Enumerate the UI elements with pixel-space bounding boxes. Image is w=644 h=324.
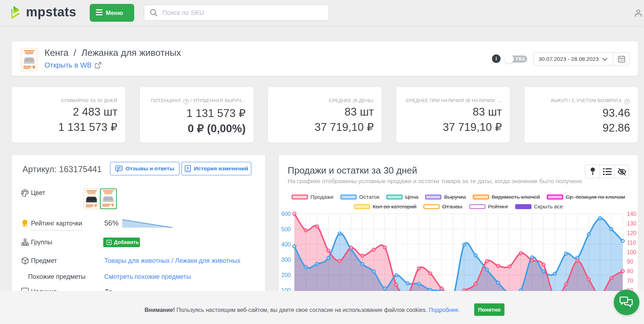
svg-text:110: 110 [627, 240, 636, 246]
svg-text:500: 500 [281, 226, 291, 232]
svg-text:140: 140 [627, 211, 637, 217]
svg-text:70: 70 [627, 278, 633, 284]
svg-text:200: 200 [281, 272, 291, 278]
svg-text:600: 600 [281, 211, 291, 217]
svg-text:100: 100 [627, 249, 637, 255]
svg-text:300: 300 [281, 257, 291, 263]
svg-text:90: 90 [627, 259, 633, 265]
svg-text:130: 130 [627, 221, 637, 227]
svg-text:120: 120 [627, 230, 637, 236]
svg-text:80: 80 [627, 268, 633, 274]
svg-text:400: 400 [281, 241, 291, 248]
